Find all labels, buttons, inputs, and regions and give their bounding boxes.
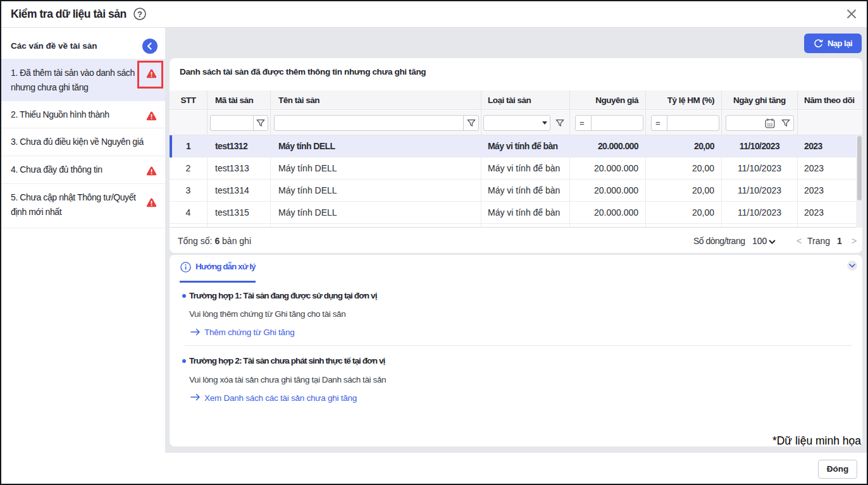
svg-text:?: ? (137, 9, 142, 19)
